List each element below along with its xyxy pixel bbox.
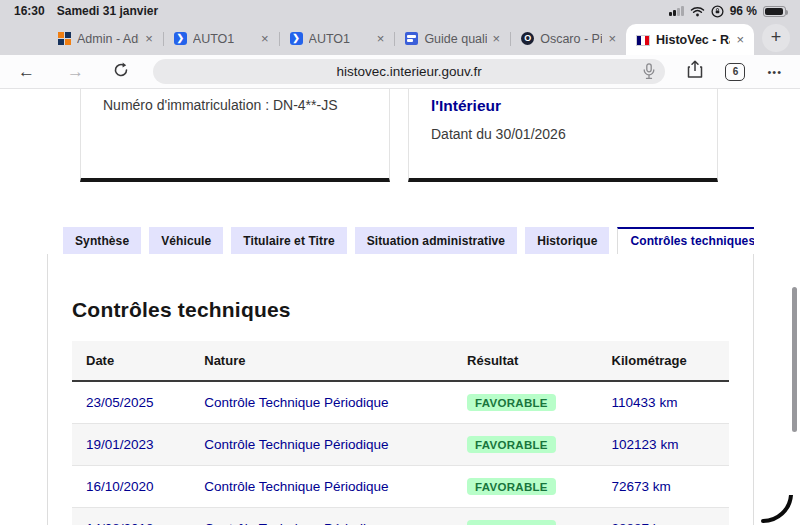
status-badge: FAVORABLE bbox=[467, 436, 556, 453]
inspections-table: Date Nature Résultat Kilométrage 23/05/2… bbox=[72, 341, 729, 525]
browser-tab-title: Guide qualité - bbox=[424, 32, 486, 46]
cell-resultat: FAVORABLE bbox=[453, 381, 598, 424]
close-tab-icon[interactable]: × bbox=[736, 32, 744, 47]
address-bar[interactable]: histovec.interieur.gouv.fr bbox=[153, 59, 665, 84]
cell-nature: Contrôle Technique Périodique bbox=[190, 508, 453, 525]
more-options-button[interactable]: ••• bbox=[767, 66, 782, 78]
browser-tab-title: HistoVec - Rap bbox=[656, 33, 730, 47]
tab-synthese[interactable]: Synthèse bbox=[63, 227, 141, 254]
table-header-row: Date Nature Résultat Kilométrage bbox=[72, 341, 729, 381]
status-bar: 16:30 Samedi 31 janvier 96 % bbox=[0, 0, 800, 22]
cell-nature: Contrôle Technique Périodique bbox=[190, 381, 453, 424]
tabs-overview-button[interactable]: 6 bbox=[725, 63, 745, 81]
browser-tab-oscaro[interactable]: O Oscaro - Pièce × bbox=[511, 22, 626, 55]
col-header-nature: Nature bbox=[190, 341, 453, 381]
cell-resultat: FAVORABLE bbox=[453, 466, 598, 508]
close-tab-icon[interactable]: × bbox=[377, 31, 385, 46]
report-tabs: Synthèse Véhicule Titulaire et Titre Sit… bbox=[47, 225, 754, 254]
close-tab-icon[interactable]: × bbox=[261, 31, 269, 46]
status-date: Samedi 31 janvier bbox=[57, 4, 158, 18]
close-tab-icon[interactable]: × bbox=[608, 31, 616, 46]
col-header-resultat: Résultat bbox=[453, 341, 598, 381]
registration-number: Numéro d'immatriculation : DN-4**-JS bbox=[103, 97, 367, 113]
forward-button[interactable]: → bbox=[63, 63, 88, 80]
col-header-kilometrage: Kilométrage bbox=[598, 341, 729, 381]
new-tab-button[interactable]: + bbox=[762, 24, 790, 52]
guide-layout-icon bbox=[405, 32, 418, 45]
cell-km: 38887 km bbox=[598, 508, 729, 525]
close-tab-icon[interactable]: × bbox=[145, 31, 153, 46]
battery-icon bbox=[763, 6, 786, 17]
reload-button[interactable] bbox=[110, 62, 133, 81]
status-badge: FAVORABLE bbox=[467, 478, 556, 495]
table-row: 23/05/2025 Contrôle Technique Périodique… bbox=[72, 381, 729, 424]
table-row: 14/08/2018 Contrôle Technique Périodique… bbox=[72, 508, 729, 525]
certificate-card: l'Intérieur Datant du 30/01/2026 bbox=[408, 89, 718, 182]
oscaro-icon: O bbox=[521, 32, 534, 45]
col-header-date: Date bbox=[72, 341, 190, 381]
share-button[interactable] bbox=[687, 60, 703, 83]
table-row: 16/10/2020 Contrôle Technique Périodique… bbox=[72, 466, 729, 508]
auto1-icon: ❯ bbox=[290, 32, 303, 45]
browser-tab-strip: Admin - Admin × ❯ AUTO1 × ❯ AUTO1 × Guid… bbox=[0, 22, 800, 55]
tab-vehicule[interactable]: Véhicule bbox=[149, 227, 223, 254]
cell-nature: Contrôle Technique Périodique bbox=[190, 424, 453, 466]
cell-date: 14/08/2018 bbox=[72, 508, 190, 525]
browser-tab-title: AUTO1 bbox=[309, 32, 371, 46]
screen-corner-curve bbox=[759, 495, 795, 523]
summary-cards: Numéro d'immatriculation : DN-4**-JS l'I… bbox=[80, 89, 718, 182]
cell-date: 23/05/2025 bbox=[72, 381, 190, 424]
status-badge: FAVORABLE bbox=[467, 394, 556, 411]
browser-tab-title: Admin - Admin bbox=[77, 32, 139, 46]
page-scrollbar[interactable] bbox=[792, 287, 797, 432]
report-tabs-container: Synthèse Véhicule Titulaire et Titre Sit… bbox=[47, 225, 754, 254]
ipad-screen: 16:30 Samedi 31 janvier 96 % Admin - Adm… bbox=[0, 0, 800, 525]
status-badge: FAVORABLE bbox=[467, 520, 556, 525]
browser-tab-auto1-b[interactable]: ❯ AUTO1 × bbox=[280, 22, 395, 55]
browser-tab-title: Oscaro - Pièce bbox=[540, 32, 602, 46]
battery-percent: 96 % bbox=[730, 4, 757, 18]
cell-km: 110433 km bbox=[598, 381, 729, 424]
browser-tab-title: AUTO1 bbox=[193, 32, 255, 46]
certificate-date: Datant du 30/01/2026 bbox=[431, 126, 695, 142]
registration-card: Numéro d'immatriculation : DN-4**-JS bbox=[80, 89, 390, 182]
rotation-lock-icon bbox=[711, 5, 724, 18]
status-time: 16:30 bbox=[14, 4, 45, 18]
auto1-icon: ❯ bbox=[174, 32, 187, 45]
browser-tab-admin[interactable]: Admin - Admin × bbox=[48, 22, 163, 55]
cell-resultat: FAVORABLE bbox=[453, 424, 598, 466]
cell-nature: Contrôle Technique Périodique bbox=[190, 466, 453, 508]
certificate-link[interactable]: l'Intérieur bbox=[431, 97, 695, 115]
section-title: Contrôles techniques bbox=[72, 298, 729, 322]
admin-grid-icon bbox=[58, 32, 71, 45]
table-row: 19/01/2023 Contrôle Technique Périodique… bbox=[72, 424, 729, 466]
cell-km: 102123 km bbox=[598, 424, 729, 466]
close-tab-icon[interactable]: × bbox=[493, 31, 501, 46]
tab-situation-administrative[interactable]: Situation administrative bbox=[355, 227, 517, 254]
cell-date: 19/01/2023 bbox=[72, 424, 190, 466]
browser-tab-histovec-active[interactable]: HistoVec - Rap × bbox=[626, 24, 754, 55]
cell-km: 72673 km bbox=[598, 466, 729, 508]
wifi-icon bbox=[690, 6, 705, 17]
tab-panel: Contrôles techniques Date Nature Résulta… bbox=[47, 254, 754, 525]
browser-tab-auto1-a[interactable]: ❯ AUTO1 × bbox=[164, 22, 279, 55]
france-flag-icon bbox=[636, 35, 650, 46]
cell-date: 16/10/2020 bbox=[72, 466, 190, 508]
browser-tab-guide[interactable]: Guide qualité - × bbox=[395, 22, 510, 55]
microphone-icon[interactable] bbox=[643, 63, 655, 84]
browser-toolbar: ← → histovec.interieur.gouv.fr bbox=[0, 55, 800, 89]
cell-resultat: FAVORABLE bbox=[453, 508, 598, 525]
page-content: Numéro d'immatriculation : DN-4**-JS l'I… bbox=[0, 89, 800, 525]
back-button[interactable]: ← bbox=[14, 63, 39, 80]
tab-historique[interactable]: Historique bbox=[525, 227, 609, 254]
cellular-signal-icon bbox=[669, 6, 684, 16]
tab-controles-techniques[interactable]: Contrôles techniques bbox=[617, 227, 754, 254]
url-text: histovec.interieur.gouv.fr bbox=[337, 64, 482, 79]
tab-titulaire-et-titre[interactable]: Titulaire et Titre bbox=[231, 227, 346, 254]
